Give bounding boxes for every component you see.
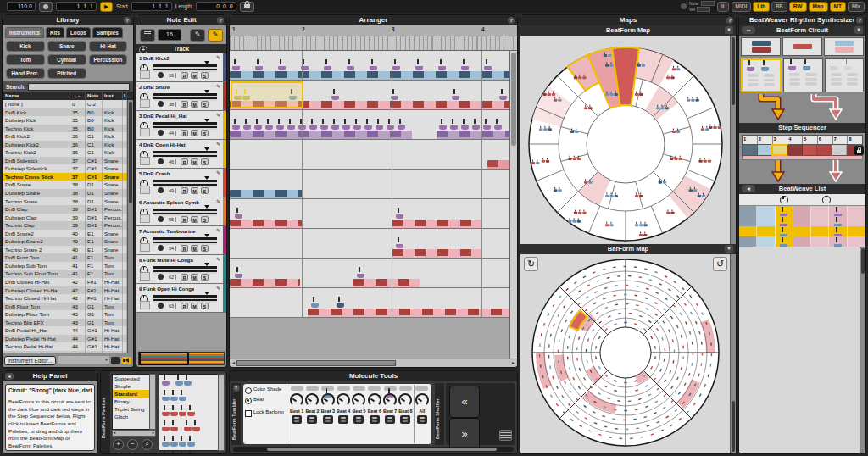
- track-s-button[interactable]: S: [201, 274, 209, 281]
- bar-ruler[interactable]: 1234: [230, 25, 517, 36]
- note-glyph[interactable]: [287, 125, 295, 130]
- track-r-button[interactable]: R: [181, 158, 188, 165]
- note-glyph[interactable]: [324, 66, 331, 70]
- note-glyph[interactable]: [461, 125, 469, 130]
- play-button[interactable]: ▶: [100, 2, 113, 12]
- beatform-slot[interactable]: [337, 386, 350, 391]
- track-edit-icon[interactable]: ✎: [216, 285, 220, 291]
- track-pad[interactable]: [140, 301, 150, 309]
- lock-barform-checkbox[interactable]: [245, 410, 252, 417]
- help-icon[interactable]: ?: [124, 17, 131, 24]
- beatweave-row[interactable]: [739, 226, 865, 236]
- library-row[interactable]: Dubstep Pedal Hi-Hat44G#1Hi-Hat: [3, 335, 127, 343]
- library-row[interactable]: DnB Kick236C1Kick: [3, 132, 127, 141]
- track-m-button[interactable]: M: [191, 158, 198, 165]
- note-glyph[interactable]: [494, 125, 502, 130]
- column-header[interactable]: ... ▲: [70, 92, 86, 100]
- rotation-knob[interactable]: [415, 393, 429, 407]
- search-input[interactable]: [28, 83, 130, 91]
- beat-option-button[interactable]: [353, 415, 364, 424]
- tempo-field[interactable]: 110.0: [7, 2, 36, 11]
- tab-loops[interactable]: Loops: [66, 27, 91, 38]
- view-button-map[interactable]: Map: [809, 2, 828, 12]
- note-glyph[interactable]: [337, 303, 344, 308]
- note-glyph[interactable]: [235, 214, 242, 219]
- add-track-button[interactable]: +: [139, 46, 147, 54]
- beatform-slot[interactable]: [321, 386, 334, 391]
- library-row[interactable]: Dubstep Kick236C1Kick: [3, 141, 127, 149]
- beat-radio[interactable]: [245, 398, 252, 404]
- arrangement-minimap[interactable]: [138, 352, 225, 365]
- arranger-row[interactable]: [230, 140, 509, 170]
- knob-beat-2[interactable]: Beat 2: [304, 385, 320, 443]
- collapse-arrow-icon[interactable]: ◄: [742, 185, 755, 192]
- step-1[interactable]: [743, 145, 758, 155]
- note-glyph[interactable]: [439, 125, 447, 130]
- library-row[interactable]: DnB Closed Hi-Hat42F#1Hi-Hat: [3, 278, 127, 286]
- track-preview-dot[interactable]: [158, 158, 164, 164]
- circuit-color-slot[interactable]: [824, 37, 864, 56]
- rotation-knob[interactable]: [383, 393, 397, 407]
- track-pad[interactable]: [140, 214, 150, 223]
- note-glyph[interactable]: [398, 125, 405, 130]
- track-strip[interactable]: 4 DnB Open Hi-Hat✎46RMS: [136, 140, 226, 169]
- track-r-button[interactable]: R: [181, 216, 188, 223]
- beat-option-button[interactable]: [400, 415, 410, 424]
- track-pad[interactable]: [140, 128, 150, 136]
- infinity-loop-icon[interactable]: ∞: [742, 26, 755, 34]
- circuit-beatform-cell[interactable]: [741, 58, 782, 92]
- beat-option-button[interactable]: [323, 415, 333, 424]
- library-row[interactable]: DnB Snare38D1Snare: [3, 181, 127, 189]
- library-row[interactable]: Techno Kick35B0Kick: [3, 125, 127, 133]
- track-pad[interactable]: [140, 99, 150, 108]
- library-row[interactable]: Techno Cross Stick37C#1Snare: [3, 173, 127, 181]
- category-button-hi-hat[interactable]: Hi-Hat: [89, 41, 128, 52]
- track-pad[interactable]: [140, 243, 150, 252]
- library-row[interactable]: Techno Snare38D1Snare: [3, 197, 127, 206]
- shuffler-menu-button[interactable]: [499, 430, 512, 441]
- instrument-combo[interactable]: [58, 356, 109, 364]
- position-field[interactable]: 1. 1. 1: [56, 2, 97, 11]
- track-preview-dot[interactable]: [158, 303, 164, 309]
- category-button-percussion[interactable]: Percussion: [89, 54, 128, 65]
- library-row[interactable]: Techno Sub Floor Tom41F1Tom: [3, 270, 127, 278]
- view-button-bw[interactable]: BW: [789, 2, 807, 12]
- track-r-button[interactable]: R: [181, 187, 188, 194]
- note-glyph[interactable]: [278, 66, 286, 70]
- shuffle-prev-button[interactable]: «: [449, 386, 480, 418]
- track-r-button[interactable]: R: [181, 274, 188, 281]
- knob-icon[interactable]: [780, 196, 788, 204]
- category-button-pitched[interactable]: Pitched: [47, 68, 86, 79]
- note-glyph[interactable]: [311, 303, 319, 308]
- library-row[interactable]: Dubstep Kick35B0Kick: [3, 116, 127, 125]
- category-button-hand-perc-[interactable]: Hand Perc.: [6, 68, 45, 79]
- library-row[interactable]: Techno Closed Hi-Hat42F#1Hi-Hat: [3, 294, 127, 303]
- beat-option-button[interactable]: [307, 415, 317, 424]
- step-6[interactable]: [817, 145, 832, 155]
- grid-resolution-field[interactable]: 16: [158, 29, 181, 41]
- arranger-row[interactable]: [230, 259, 509, 288]
- beatform-map[interactable]: [520, 36, 736, 244]
- track-m-button[interactable]: M: [191, 303, 198, 309]
- rotation-knob[interactable]: [321, 393, 335, 407]
- beatform-slot[interactable]: [306, 386, 319, 391]
- library-row[interactable]: DnB Sidestick37C#1Snare: [3, 157, 127, 165]
- track-r-button[interactable]: R: [181, 130, 188, 136]
- arranger-grid[interactable]: [230, 51, 517, 359]
- pencil-tool-button[interactable]: ✎: [208, 29, 223, 42]
- beatform-cluster[interactable]: [162, 378, 170, 386]
- track-r-button[interactable]: R: [181, 303, 188, 309]
- library-row[interactable]: Techno Pedal Hi-Hat44G#1Hi-Hat: [3, 342, 127, 351]
- beat-option-button[interactable]: [338, 415, 348, 424]
- library-row[interactable]: DnB Floor Tom43G1Tom: [3, 303, 127, 311]
- note-glyph[interactable]: [387, 125, 394, 130]
- note-glyph[interactable]: [396, 214, 403, 219]
- track-m-button[interactable]: M: [191, 101, 198, 108]
- tab-kits[interactable]: Kits: [46, 27, 64, 38]
- track-edit-icon[interactable]: ✎: [216, 256, 220, 262]
- beatform-palette-grid[interactable]: [159, 374, 219, 451]
- library-row[interactable]: Dubstep Sidestick37C#1Snare: [3, 164, 127, 173]
- beatform-slot[interactable]: [353, 386, 365, 391]
- rotation-knob[interactable]: [337, 393, 350, 407]
- step-sequencer-header[interactable]: Step Sequencer: [739, 123, 865, 133]
